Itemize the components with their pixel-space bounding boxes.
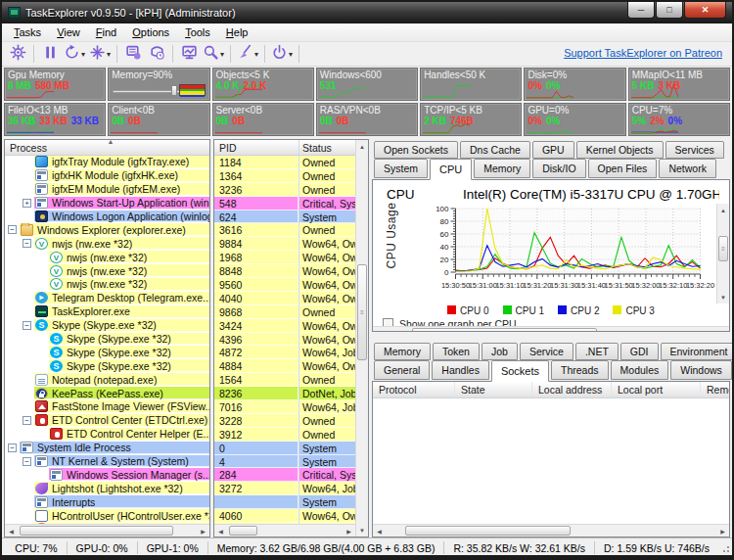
menu-item-options[interactable]: Options: [124, 24, 177, 40]
process-horizontal-scrollbar[interactable]: ◀ ▶: [5, 524, 209, 537]
collapse-icon[interactable]: −: [8, 225, 17, 234]
monitor-button[interactable]: [177, 43, 201, 65]
process-row[interactable]: igfxEM Module (igfxEM.exe): [5, 183, 209, 197]
tab-network[interactable]: Network: [659, 159, 716, 178]
tab-gpu[interactable]: GPU: [532, 141, 574, 159]
tab-cpu[interactable]: CPU: [430, 159, 472, 180]
dropdown-caret-icon[interactable]: ▾: [254, 50, 258, 59]
tab-open-sockets[interactable]: Open Sockets: [374, 141, 458, 159]
gauge-gpu-memory[interactable]: Gpu Memory8 MB580 MB: [4, 68, 106, 101]
menu-item-tools[interactable]: Tools: [177, 24, 218, 40]
column-headers-pid-status[interactable]: PID Status: [214, 140, 355, 156]
pid-status-row[interactable]: 4060Wow64, Owned: [214, 509, 355, 523]
process-row[interactable]: Vnwjs (nw.exe *32): [5, 251, 209, 264]
pid-status-row[interactable]: 8848Wow64, Owned: [214, 264, 355, 278]
scroll-down-icon[interactable]: ▼: [356, 524, 368, 537]
scroll-left-icon[interactable]: ◀: [214, 525, 227, 537]
gauge-mmapio[interactable]: MMapIO<11 MB5 KB3 KB: [628, 68, 730, 101]
sockets-column-remo[interactable]: Remo: [701, 382, 730, 397]
gauge-fileio[interactable]: FileIO<13 MB36 KB33 KB33 KB: [4, 103, 106, 136]
collapse-icon[interactable]: −: [23, 416, 31, 425]
process-row[interactable]: [5, 523, 209, 524]
menu-item-tasks[interactable]: Tasks: [6, 24, 49, 40]
dropdown-caret-icon[interactable]: ▾: [107, 50, 111, 59]
process-row[interactable]: +Windows Start-Up Application (wini...: [5, 197, 209, 210]
process-row[interactable]: Vnwjs (nw.exe *32): [5, 264, 209, 278]
pid-status-row[interactable]: 1968Wow64, Owned: [214, 251, 355, 264]
pid-status-row[interactable]: 3424Wow64, Owned: [214, 319, 355, 333]
gauge-client[interactable]: Client<0B0B0B: [108, 103, 209, 136]
tab-kernel-objects[interactable]: Kernel Objects: [576, 141, 664, 159]
cleanup-broom-button[interactable]: ▾: [235, 43, 260, 65]
pid-status-row[interactable]: 548Critical, System: [214, 197, 355, 210]
patreon-link[interactable]: Support TaskExplorer on Patreon: [564, 47, 722, 59]
tab--net[interactable]: .NET: [575, 343, 619, 360]
sockets-horizontal-scrollbar[interactable]: ◀ ▶: [373, 524, 729, 537]
menu-item-find[interactable]: Find: [88, 24, 124, 40]
process-row[interactable]: −System Idle Process: [5, 442, 209, 455]
scroll-down-icon[interactable]: ▼: [717, 291, 729, 303]
menu-item-view[interactable]: View: [49, 24, 88, 40]
chart-horizontal-scrollbar[interactable]: ◀ ▶: [373, 326, 729, 332]
pid-status-row[interactable]: 8236DotNet, Job, Owned: [214, 387, 355, 400]
process-row[interactable]: −Vnwjs (nw.exe *32): [5, 237, 209, 251]
process-row[interactable]: igfxTray Module (igfxTray.exe): [5, 156, 209, 169]
pid-status-row[interactable]: 4872Wow64, Job, Owned: [214, 346, 355, 359]
collapse-icon[interactable]: −: [23, 239, 31, 248]
pid-status-row[interactable]: 3272Wow64, Job, Owned: [214, 482, 355, 495]
process-row[interactable]: −NT Kernel & System (System): [5, 455, 209, 469]
process-row[interactable]: Windows Session Manager (s...: [5, 468, 209, 482]
pid-status-row[interactable]: 4System: [214, 455, 355, 469]
pid-status-row[interactable]: 284Critical, System: [214, 468, 355, 482]
resize-grip[interactable]: [720, 543, 730, 553]
pid-status-row[interactable]: 9560Wow64, Owned: [214, 278, 355, 292]
maximize-button[interactable]: □: [656, 2, 683, 19]
pid-status-row[interactable]: 1564Owned: [214, 373, 355, 387]
gauge-tcp-ip[interactable]: TCP/IP<5 KB2 KB746B: [420, 103, 522, 136]
sockets-column-headers[interactable]: ProtocolStateLocal addressLocal portRemo: [373, 382, 729, 398]
show-per-cpu-checkbox[interactable]: [383, 318, 393, 326]
pid-status-row[interactable]: 4884Wow64, Owned: [214, 359, 355, 373]
pid-status-row[interactable]: 7016Wow64, Job, Owned: [214, 400, 355, 414]
pid-status-row[interactable]: 3228Owned: [214, 414, 355, 428]
process-row[interactable]: ETD Control Center Helper (E...: [5, 428, 209, 442]
pid-status-row[interactable]: 3616Owned: [214, 223, 355, 237]
process-row[interactable]: HControlUser (HControlUser.exe *32): [5, 509, 209, 523]
process-row[interactable]: Windows Logon Application (winlog...: [5, 210, 209, 224]
process-row[interactable]: igfxHK Module (igfxHK.exe): [5, 169, 209, 183]
sockets-column-protocol[interactable]: Protocol: [373, 382, 455, 397]
pid-status-row[interactable]: 4396Wow64, Owned: [214, 333, 355, 347]
dropdown-caret-icon[interactable]: ▾: [220, 50, 224, 59]
sockets-column-local-address[interactable]: Local address: [532, 382, 612, 397]
refresh-button[interactable]: ▾: [62, 43, 87, 65]
scroll-left-icon[interactable]: ◀: [373, 525, 386, 537]
pid-status-row[interactable]: 9884Wow64, Owned: [214, 237, 355, 251]
tab-system[interactable]: System: [374, 159, 428, 178]
scroll-right-icon[interactable]: ▶: [343, 525, 355, 537]
process-row[interactable]: ▸Telegram Desktop (Telegram.exe...: [5, 292, 209, 305]
tab-memory[interactable]: Memory: [474, 159, 530, 178]
list-vertical-scrollbar[interactable]: ▲ ≡ ▼: [355, 140, 368, 537]
pid-status-row[interactable]: 4040Wow64, Owned: [214, 292, 355, 305]
tab-environment[interactable]: Environment: [661, 343, 734, 360]
gauge-handles[interactable]: Handles<50 K: [420, 68, 522, 101]
sockets-column-state[interactable]: State: [455, 382, 532, 397]
pid-status-row[interactable]: [214, 523, 355, 524]
pid-status-row[interactable]: 9868Owned: [214, 305, 355, 319]
chart-vertical-scrollbar[interactable]: ▲ ≡ ▼: [716, 204, 729, 303]
column-header-process[interactable]: Process ▲: [5, 140, 209, 156]
process-row[interactable]: TaskExplorer.exe: [5, 305, 209, 319]
scroll-up-icon[interactable]: ▲: [356, 140, 368, 153]
collapse-icon[interactable]: −: [23, 321, 31, 330]
gauge-gpu[interactable]: GPU=0%0%0%: [524, 103, 625, 136]
expand-icon[interactable]: +: [23, 199, 31, 208]
scroll-right-icon[interactable]: ▶: [716, 525, 729, 537]
gauge-ras-vpn[interactable]: RAS/VPN<0B0B0B: [316, 103, 418, 136]
tab-general[interactable]: General: [374, 360, 430, 380]
process-row[interactable]: FastStone Image Viewer (FSView...: [5, 400, 209, 414]
tab-services[interactable]: Services: [665, 141, 724, 159]
find-handles-button[interactable]: ▾: [201, 43, 226, 65]
pid-status-row[interactable]: 1364Owned: [214, 169, 355, 183]
menu-item-help[interactable]: Help: [218, 24, 256, 40]
tab-disk-io[interactable]: Disk/IO: [532, 159, 585, 178]
